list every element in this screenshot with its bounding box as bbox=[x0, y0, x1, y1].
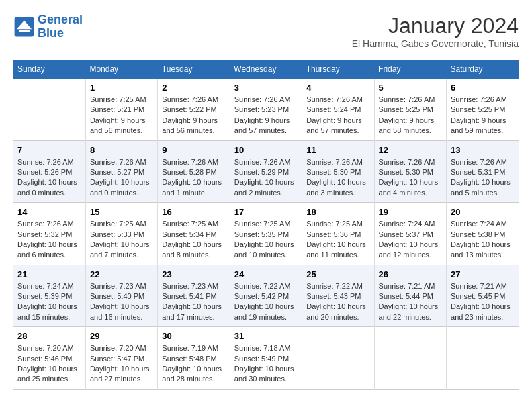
day-number: 20 bbox=[451, 207, 515, 217]
week-row-4: 21Sunrise: 7:24 AM Sunset: 5:39 PM Dayli… bbox=[13, 265, 519, 327]
calendar-cell: 4Sunrise: 7:26 AM Sunset: 5:24 PM Daylig… bbox=[302, 79, 374, 140]
day-number: 27 bbox=[451, 269, 515, 279]
cell-daylight-info: Sunrise: 7:20 AM Sunset: 5:46 PM Dayligh… bbox=[17, 343, 81, 385]
cell-daylight-info: Sunrise: 7:23 AM Sunset: 5:40 PM Dayligh… bbox=[90, 281, 153, 323]
cell-daylight-info: Sunrise: 7:21 AM Sunset: 5:45 PM Dayligh… bbox=[451, 281, 515, 323]
day-number: 31 bbox=[234, 331, 298, 341]
day-number: 6 bbox=[451, 83, 515, 93]
week-row-2: 7Sunrise: 7:26 AM Sunset: 5:26 PM Daylig… bbox=[13, 140, 519, 203]
calendar-cell: 21Sunrise: 7:24 AM Sunset: 5:39 PM Dayli… bbox=[13, 265, 85, 327]
day-number: 14 bbox=[17, 207, 81, 217]
cell-daylight-info: Sunrise: 7:22 AM Sunset: 5:42 PM Dayligh… bbox=[234, 281, 298, 323]
weekday-header-wednesday: Wednesday bbox=[230, 60, 302, 79]
calendar-cell bbox=[447, 327, 519, 390]
calendar-cell: 26Sunrise: 7:21 AM Sunset: 5:44 PM Dayli… bbox=[374, 265, 446, 327]
calendar-table: SundayMondayTuesdayWednesdayThursdayFrid… bbox=[13, 60, 519, 390]
day-number: 24 bbox=[234, 269, 298, 279]
cell-daylight-info: Sunrise: 7:18 AM Sunset: 5:49 PM Dayligh… bbox=[234, 343, 298, 385]
calendar-cell: 25Sunrise: 7:22 AM Sunset: 5:43 PM Dayli… bbox=[302, 265, 374, 327]
calendar-cell: 10Sunrise: 7:26 AM Sunset: 5:29 PM Dayli… bbox=[230, 140, 302, 203]
cell-daylight-info: Sunrise: 7:26 AM Sunset: 5:27 PM Dayligh… bbox=[90, 157, 153, 199]
day-number: 17 bbox=[234, 207, 298, 217]
cell-daylight-info: Sunrise: 7:26 AM Sunset: 5:26 PM Dayligh… bbox=[17, 157, 81, 199]
logo-text: General Blue bbox=[38, 13, 83, 40]
calendar-cell: 18Sunrise: 7:25 AM Sunset: 5:36 PM Dayli… bbox=[302, 203, 374, 265]
calendar-cell: 29Sunrise: 7:20 AM Sunset: 5:47 PM Dayli… bbox=[85, 327, 157, 390]
cell-daylight-info: Sunrise: 7:26 AM Sunset: 5:29 PM Dayligh… bbox=[234, 157, 298, 199]
day-number: 3 bbox=[234, 83, 298, 93]
calendar-cell: 2Sunrise: 7:26 AM Sunset: 5:22 PM Daylig… bbox=[158, 79, 230, 140]
calendar-cell: 20Sunrise: 7:24 AM Sunset: 5:38 PM Dayli… bbox=[447, 203, 519, 265]
cell-daylight-info: Sunrise: 7:23 AM Sunset: 5:41 PM Dayligh… bbox=[162, 281, 225, 323]
calendar-cell: 13Sunrise: 7:26 AM Sunset: 5:31 PM Dayli… bbox=[447, 140, 519, 203]
calendar-cell: 8Sunrise: 7:26 AM Sunset: 5:27 PM Daylig… bbox=[85, 140, 157, 203]
calendar-cell: 14Sunrise: 7:26 AM Sunset: 5:32 PM Dayli… bbox=[13, 203, 85, 265]
weekday-header-row: SundayMondayTuesdayWednesdayThursdayFrid… bbox=[13, 60, 519, 79]
cell-daylight-info: Sunrise: 7:26 AM Sunset: 5:22 PM Dayligh… bbox=[162, 95, 225, 136]
cell-daylight-info: Sunrise: 7:25 AM Sunset: 5:36 PM Dayligh… bbox=[306, 219, 369, 261]
cell-daylight-info: Sunrise: 7:26 AM Sunset: 5:23 PM Dayligh… bbox=[234, 95, 298, 136]
cell-daylight-info: Sunrise: 7:26 AM Sunset: 5:32 PM Dayligh… bbox=[17, 219, 81, 261]
logo-line2: Blue bbox=[38, 26, 64, 40]
calendar-cell: 17Sunrise: 7:25 AM Sunset: 5:35 PM Dayli… bbox=[230, 203, 302, 265]
cell-daylight-info: Sunrise: 7:25 AM Sunset: 5:34 PM Dayligh… bbox=[162, 219, 225, 261]
calendar-cell: 30Sunrise: 7:19 AM Sunset: 5:48 PM Dayli… bbox=[158, 327, 230, 390]
page-header: General Blue January 2024 El Hamma, Gabe… bbox=[13, 13, 519, 49]
cell-daylight-info: Sunrise: 7:25 AM Sunset: 5:33 PM Dayligh… bbox=[90, 219, 153, 261]
cell-daylight-info: Sunrise: 7:25 AM Sunset: 5:21 PM Dayligh… bbox=[90, 95, 153, 136]
calendar-cell: 24Sunrise: 7:22 AM Sunset: 5:42 PM Dayli… bbox=[230, 265, 302, 327]
cell-daylight-info: Sunrise: 7:26 AM Sunset: 5:31 PM Dayligh… bbox=[451, 157, 515, 199]
calendar-cell: 6Sunrise: 7:26 AM Sunset: 5:25 PM Daylig… bbox=[447, 79, 519, 140]
week-row-1: 1Sunrise: 7:25 AM Sunset: 5:21 PM Daylig… bbox=[13, 79, 519, 140]
weekday-header-monday: Monday bbox=[85, 60, 157, 79]
day-number: 5 bbox=[379, 83, 442, 93]
cell-daylight-info: Sunrise: 7:26 AM Sunset: 5:30 PM Dayligh… bbox=[306, 157, 369, 199]
weekday-header-saturday: Saturday bbox=[447, 60, 519, 79]
day-number: 15 bbox=[90, 207, 153, 217]
calendar-cell: 3Sunrise: 7:26 AM Sunset: 5:23 PM Daylig… bbox=[230, 79, 302, 140]
day-number: 10 bbox=[234, 145, 298, 155]
day-number: 26 bbox=[379, 269, 442, 279]
day-number: 25 bbox=[306, 269, 369, 279]
cell-daylight-info: Sunrise: 7:22 AM Sunset: 5:43 PM Dayligh… bbox=[306, 281, 369, 323]
calendar-cell: 16Sunrise: 7:25 AM Sunset: 5:34 PM Dayli… bbox=[158, 203, 230, 265]
day-number: 23 bbox=[162, 269, 225, 279]
day-number: 1 bbox=[90, 83, 153, 93]
cell-daylight-info: Sunrise: 7:20 AM Sunset: 5:47 PM Dayligh… bbox=[90, 343, 153, 385]
calendar-cell: 1Sunrise: 7:25 AM Sunset: 5:21 PM Daylig… bbox=[85, 79, 157, 140]
calendar-cell: 22Sunrise: 7:23 AM Sunset: 5:40 PM Dayli… bbox=[85, 265, 157, 327]
calendar-cell: 31Sunrise: 7:18 AM Sunset: 5:49 PM Dayli… bbox=[230, 327, 302, 390]
day-number: 18 bbox=[306, 207, 369, 217]
calendar-cell bbox=[302, 327, 374, 390]
calendar-cell: 28Sunrise: 7:20 AM Sunset: 5:46 PM Dayli… bbox=[13, 327, 85, 390]
day-number: 12 bbox=[379, 145, 442, 155]
calendar-cell bbox=[374, 327, 446, 390]
weekday-header-sunday: Sunday bbox=[13, 60, 85, 79]
svg-rect-2 bbox=[19, 30, 30, 32]
cell-daylight-info: Sunrise: 7:26 AM Sunset: 5:28 PM Dayligh… bbox=[162, 157, 225, 199]
calendar-cell bbox=[13, 79, 85, 140]
weekday-header-friday: Friday bbox=[374, 60, 446, 79]
day-number: 22 bbox=[90, 269, 153, 279]
calendar-cell: 11Sunrise: 7:26 AM Sunset: 5:30 PM Dayli… bbox=[302, 140, 374, 203]
cell-daylight-info: Sunrise: 7:24 AM Sunset: 5:37 PM Dayligh… bbox=[379, 219, 442, 261]
week-row-5: 28Sunrise: 7:20 AM Sunset: 5:46 PM Dayli… bbox=[13, 327, 519, 390]
day-number: 9 bbox=[162, 145, 225, 155]
month-title: January 2024 bbox=[352, 13, 519, 38]
weekday-header-thursday: Thursday bbox=[302, 60, 374, 79]
day-number: 4 bbox=[306, 83, 369, 93]
cell-daylight-info: Sunrise: 7:26 AM Sunset: 5:24 PM Dayligh… bbox=[306, 95, 369, 136]
day-number: 19 bbox=[379, 207, 442, 217]
weekday-header-tuesday: Tuesday bbox=[158, 60, 230, 79]
cell-daylight-info: Sunrise: 7:25 AM Sunset: 5:35 PM Dayligh… bbox=[234, 219, 298, 261]
logo-line1: General bbox=[38, 13, 83, 26]
calendar-cell: 7Sunrise: 7:26 AM Sunset: 5:26 PM Daylig… bbox=[13, 140, 85, 203]
day-number: 13 bbox=[451, 145, 515, 155]
cell-daylight-info: Sunrise: 7:26 AM Sunset: 5:25 PM Dayligh… bbox=[379, 95, 442, 136]
day-number: 29 bbox=[90, 331, 153, 341]
calendar-cell: 12Sunrise: 7:26 AM Sunset: 5:30 PM Dayli… bbox=[374, 140, 446, 203]
day-number: 21 bbox=[17, 269, 81, 279]
day-number: 7 bbox=[17, 145, 81, 155]
cell-daylight-info: Sunrise: 7:26 AM Sunset: 5:30 PM Dayligh… bbox=[379, 157, 442, 199]
calendar-cell: 9Sunrise: 7:26 AM Sunset: 5:28 PM Daylig… bbox=[158, 140, 230, 203]
